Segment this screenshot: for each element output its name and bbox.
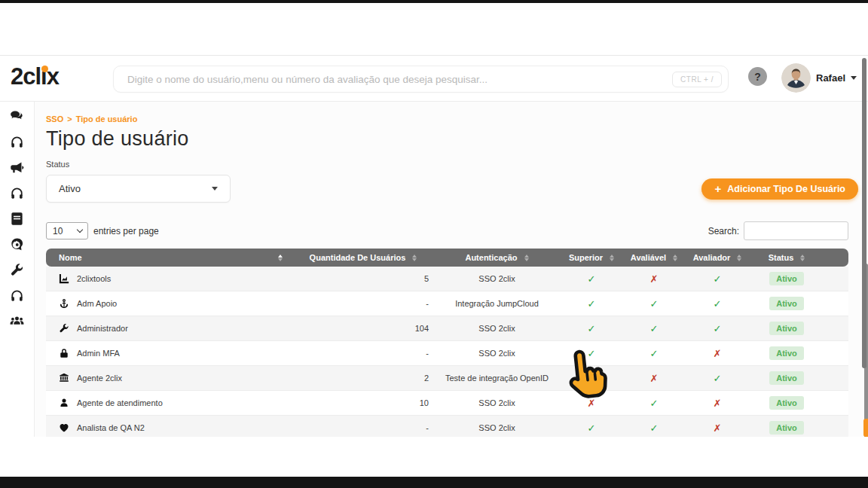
status-badge: Ativo [769,272,804,285]
cell-autenticacao: SSO 2clix [435,398,559,407]
sort-icon[interactable] [524,255,529,261]
comments-icon [10,109,24,124]
global-search-input[interactable] [126,73,672,86]
book-icon [10,212,24,226]
user-menu[interactable]: Rafael [816,72,857,84]
entries-per-page-select[interactable]: 10 [46,222,88,239]
wrench-icon [10,263,24,277]
column-header-nome[interactable]: Nome [46,253,292,262]
check-icon: ✓ [714,323,722,334]
table-search-input[interactable] [744,221,848,240]
status-badge: Ativo [769,421,804,435]
column-header-quantidade[interactable]: Quantidade De Usuários [292,253,435,262]
window-scrollbar[interactable] [862,58,866,368]
sort-icon[interactable] [800,255,805,261]
check-icon: ✓ [588,422,596,434]
sidebar-item-assistant[interactable] [8,236,27,252]
cell-avaliador: ✓ [684,373,750,384]
status-badge: Ativo [769,322,804,335]
table-row[interactable]: Agente de atendimento10SSO 2clix✗✓✗Ativo [46,391,848,416]
cell-avaliavel: ✗ [624,273,684,285]
sidebar-item-settings[interactable] [8,262,27,278]
check-icon: ✓ [650,298,659,310]
check-icon: ✓ [588,298,596,310]
sort-icon[interactable] [610,255,614,261]
column-header-superior[interactable]: Superior [559,253,624,262]
entries-per-page-label: entries per page [93,226,159,236]
floating-widget-edge[interactable] [863,419,868,437]
cell-avaliavel: ✓ [624,298,684,310]
column-header-avaliavel[interactable]: Avaliável [624,253,684,262]
table-row[interactable]: Analista de QA N2-SSO 2clix✓✓✗Ativo [46,416,848,437]
sidebar-item-knowledge-base[interactable] [8,211,27,227]
logo[interactable]: 2clix [11,63,59,90]
bottom-frame-bar [0,477,868,488]
cell-avaliador: ✗ [684,348,750,359]
cell-avaliavel: ✗ [624,373,684,384]
cell-status: Ativo [750,421,823,435]
help-icon: ? [754,71,761,83]
app-window: 2clix CTRL + / ? Rafael [0,55,868,437]
help-button[interactable]: ? [748,67,767,86]
breadcrumb: SSO>Tipo de usuário [46,114,848,124]
cell-avaliador: ✗ [684,398,750,409]
column-header-autenticacao[interactable]: Autenticação [435,253,559,262]
cell-nome: Administrador [46,323,292,334]
cell-status: Ativo [750,322,823,335]
user-type-name: Agente 2clix [77,374,122,383]
app-header: 2clix CTRL + / ? Rafael [0,56,868,102]
users-icon [10,314,24,328]
sort-icon[interactable] [673,255,677,261]
cell-nome: Agente de atendimento [46,398,292,408]
cell-avaliavel: ✓ [624,398,684,409]
user-name: Rafael [816,72,845,84]
main-content: SSO>Tipo de usuário Tipo de usuário Stat… [35,102,868,437]
user-type-name: Adm Apoio [77,299,117,308]
cell-quantidade: 10 [292,398,435,407]
cell-autenticacao: SSO 2clix [435,423,559,432]
check-icon: ✓ [650,398,659,409]
cell-autenticacao: SSO 2clix [435,324,559,333]
sort-icon[interactable] [737,255,741,261]
table-row[interactable]: 2clixtools5SSO 2clix✓✗✓Ativo [46,267,848,291]
user-type-table: Nome Quantidade De Usuários Autenticação… [46,249,848,437]
sidebar-item-support-3[interactable] [8,288,27,303]
add-user-type-button[interactable]: + Adicionar Tipo De Usuário [701,178,858,200]
chevron-down-icon [77,227,83,233]
breadcrumb-parent[interactable]: SSO [46,114,63,124]
cell-superior: ✓ [559,422,624,434]
lock-icon [59,348,69,358]
sort-icon[interactable] [412,255,417,261]
avatar[interactable] [781,63,811,93]
check-icon: ✓ [588,273,596,285]
table-row[interactable]: Admin MFA-SSO 2clix✓✓✗Ativo [46,341,848,366]
cell-quantidade: 2 [292,374,435,383]
cell-avaliador: ✓ [684,298,750,310]
column-header-avaliador[interactable]: Avaliador [684,253,750,262]
cell-superior: ✓ [559,323,624,334]
column-header-status[interactable]: Status [750,253,823,262]
sort-icon[interactable] [278,255,283,261]
keyboard-shortcut-hint: CTRL + / [672,72,722,87]
sidebar-item-announcements[interactable] [8,160,27,175]
check-icon: ✓ [588,323,596,334]
global-search-bar: CTRL + / [113,66,729,93]
headphones-icon [10,288,24,303]
sidebar-item-support-1[interactable] [8,134,27,150]
table-row[interactable]: Adm Apoio-Integração JumpCloud✓✓✓Ativo [46,291,848,316]
cell-avaliador: ✗ [684,422,750,434]
sidebar-item-chats[interactable] [8,108,27,124]
status-badge: Ativo [769,297,804,310]
bank-icon [59,373,69,383]
sidebar-item-users[interactable] [8,313,27,329]
sidebar-item-support-2[interactable] [8,185,27,201]
entries-per-page-value: 10 [53,226,63,236]
table-row[interactable]: Administrador104SSO 2clix✓✓✓Ativo [46,316,848,341]
status-filter-select[interactable]: Ativo [46,175,231,203]
headphones-icon [10,186,24,200]
cross-icon: ✗ [714,398,722,409]
anchor-icon [59,298,69,309]
cell-autenticacao: Teste de integração OpenID [435,374,559,383]
table-row[interactable]: Agente 2clix2Teste de integração OpenID✗… [46,366,848,391]
cell-nome: Admin MFA [46,348,292,358]
